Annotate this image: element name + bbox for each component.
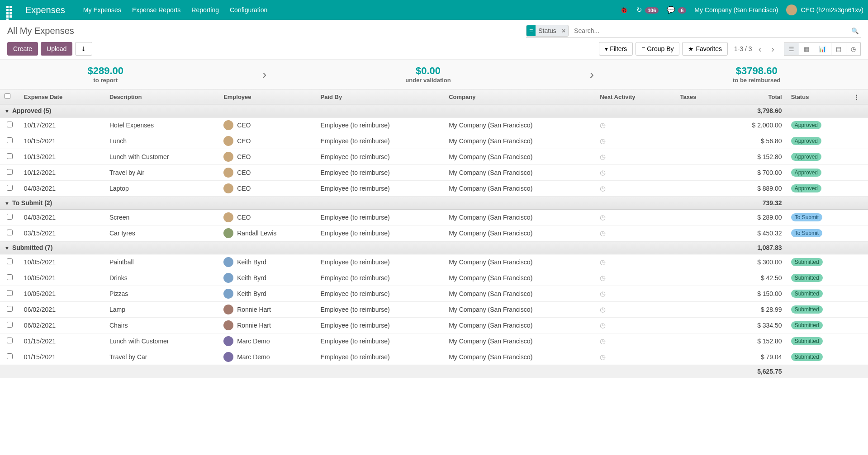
row-checkbox[interactable] xyxy=(7,306,13,312)
select-all-checkbox[interactable] xyxy=(5,93,10,99)
row-checkbox[interactable] xyxy=(7,353,13,359)
col-paid-by[interactable]: Paid By xyxy=(316,89,444,104)
caret-down-icon: ▼ xyxy=(5,245,9,251)
star-icon: ★ xyxy=(688,45,694,52)
group-header[interactable]: ▼To Submit (2)739.32 xyxy=(0,197,868,210)
row-checkbox[interactable] xyxy=(7,214,13,220)
col-employee[interactable]: Employee xyxy=(219,89,316,104)
col-company[interactable]: Company xyxy=(444,89,595,104)
row-checkbox[interactable] xyxy=(7,230,13,235)
activity-clock-icon[interactable]: ◷ xyxy=(600,153,606,160)
dash-under-validation[interactable]: $0.00 under validation xyxy=(405,65,451,84)
row-checkbox[interactable] xyxy=(7,137,13,143)
pager-value[interactable]: 1-3 / 3 xyxy=(734,45,752,52)
cell-date: 06/02/2021 xyxy=(19,302,105,318)
cell-company: My Company (San Francisco) xyxy=(444,149,595,165)
clock-notification[interactable]: ↻ 106 xyxy=(636,6,659,14)
user-menu[interactable]: CEO (h2m2s3gn61xv) xyxy=(786,5,863,15)
groupby-button[interactable]: ≡ Group By xyxy=(636,42,679,56)
activity-clock-icon[interactable]: ◷ xyxy=(600,213,606,221)
company-switcher[interactable]: My Company (San Francisco) xyxy=(694,6,778,14)
cell-taxes xyxy=(667,133,701,149)
nav-my-expenses[interactable]: My Expenses xyxy=(83,6,121,14)
cell-company: My Company (San Francisco) xyxy=(444,349,595,365)
table-row[interactable]: 04/03/2021 Screen CEO Employee (to reimb… xyxy=(0,210,868,225)
row-checkbox[interactable] xyxy=(7,290,13,296)
cell-employee: CEO xyxy=(237,214,251,221)
apps-icon[interactable] xyxy=(5,4,16,16)
activity-clock-icon[interactable]: ◷ xyxy=(600,337,606,345)
row-checkbox[interactable] xyxy=(7,338,13,343)
view-pivot-button[interactable]: ▤ xyxy=(831,42,846,56)
view-kanban-button[interactable]: ▦ xyxy=(799,42,814,56)
view-graph-button[interactable]: 📊 xyxy=(814,42,831,56)
table-row[interactable]: 10/15/2021 Lunch CEO Employee (to reimbu… xyxy=(0,133,868,149)
row-checkbox[interactable] xyxy=(7,322,13,328)
table-row[interactable]: 10/12/2021 Travel by Air CEO Employee (t… xyxy=(0,165,868,181)
col-expense-date[interactable]: Expense Date xyxy=(19,89,105,104)
employee-avatar-icon xyxy=(223,168,233,178)
col-taxes[interactable]: Taxes xyxy=(667,89,701,104)
activity-clock-icon[interactable]: ◷ xyxy=(600,137,606,145)
table-row[interactable]: 10/17/2021 Hotel Expenses CEO Employee (… xyxy=(0,117,868,133)
activity-clock-icon[interactable]: ◷ xyxy=(600,305,606,313)
activity-clock-icon[interactable]: ◷ xyxy=(600,184,606,192)
table-row[interactable]: 06/02/2021 Chairs Ronnie Hart Employee (… xyxy=(0,318,868,333)
upload-button[interactable]: Upload xyxy=(41,42,72,56)
create-button[interactable]: Create xyxy=(7,42,38,56)
col-status[interactable]: Status xyxy=(787,89,849,104)
download-button[interactable]: ⤓ xyxy=(75,42,92,56)
col-optional[interactable]: ⋮ xyxy=(849,89,868,104)
app-brand[interactable]: Expenses xyxy=(25,5,65,15)
row-checkbox[interactable] xyxy=(7,169,13,175)
activity-clock-icon[interactable]: ◷ xyxy=(600,121,606,129)
funnel-icon: ▾ xyxy=(605,45,608,52)
table-row[interactable]: 10/05/2021 Drinks Keith Byrd Employee (t… xyxy=(0,270,868,286)
activity-clock-icon[interactable]: ◷ xyxy=(600,258,606,266)
table-row[interactable]: 04/03/2021 Laptop CEO Employee (to reimb… xyxy=(0,181,868,197)
activity-clock-icon[interactable]: ◷ xyxy=(600,353,606,361)
activity-clock-icon[interactable]: ◷ xyxy=(600,229,606,237)
search-input[interactable] xyxy=(571,24,849,37)
group-header[interactable]: ▼Approved (5)3,798.60 xyxy=(0,104,868,117)
dash-to-reimburse[interactable]: $3798.60 to be reimbursed xyxy=(733,65,780,84)
group-header[interactable]: ▼Submitted (7)1,087.83 xyxy=(0,241,868,254)
favorites-button[interactable]: ★ Favorites xyxy=(682,42,727,56)
row-checkbox[interactable] xyxy=(7,274,13,280)
table-row[interactable]: 01/15/2021 Lunch with Customer Marc Demo… xyxy=(0,333,868,349)
chat-notification[interactable]: 💬 6 xyxy=(667,6,686,14)
cell-employee: Ronnie Hart xyxy=(237,306,271,313)
debug-icon[interactable]: 🐞 xyxy=(620,6,628,14)
filters-button[interactable]: ▾ Filters xyxy=(599,42,633,56)
nav-expense-reports[interactable]: Expense Reports xyxy=(132,6,180,14)
row-checkbox[interactable] xyxy=(7,258,13,264)
col-next-activity[interactable]: Next Activity xyxy=(595,89,667,104)
nav-configuration[interactable]: Configuration xyxy=(230,6,267,14)
search-button[interactable]: 🔍 xyxy=(849,26,861,36)
activity-clock-icon[interactable]: ◷ xyxy=(600,290,606,297)
pager-next-icon[interactable]: › xyxy=(768,42,778,55)
col-total[interactable]: Total xyxy=(701,89,787,104)
table-row[interactable]: 10/13/2021 Lunch with Customer CEO Emplo… xyxy=(0,149,868,165)
dash-to-report[interactable]: $289.00 to report xyxy=(87,65,123,84)
nav-reporting[interactable]: Reporting xyxy=(191,6,219,14)
row-checkbox[interactable] xyxy=(7,122,13,127)
activity-clock-icon[interactable]: ◷ xyxy=(600,274,606,281)
view-activity-button[interactable]: ◷ xyxy=(846,42,861,56)
facet-remove-icon[interactable]: × xyxy=(559,27,568,34)
dash-to-reimburse-label: to be reimbursed xyxy=(733,77,780,84)
cell-description: Chairs xyxy=(105,318,219,333)
table-row[interactable]: 06/02/2021 Lamp Ronnie Hart Employee (to… xyxy=(0,302,868,318)
pager-prev-icon[interactable]: ‹ xyxy=(755,42,765,55)
table-row[interactable]: 10/05/2021 Paintball Keith Byrd Employee… xyxy=(0,254,868,270)
activity-clock-icon[interactable]: ◷ xyxy=(600,169,606,176)
table-row[interactable]: 03/15/2021 Car tyres Randall Lewis Emplo… xyxy=(0,225,868,241)
row-checkbox[interactable] xyxy=(7,153,13,159)
row-checkbox[interactable] xyxy=(7,185,13,191)
table-row[interactable]: 10/05/2021 Pizzas Keith Byrd Employee (t… xyxy=(0,286,868,302)
view-list-button[interactable]: ☰ xyxy=(784,42,799,56)
col-description[interactable]: Description xyxy=(105,89,219,104)
activity-clock-icon[interactable]: ◷ xyxy=(600,321,606,329)
cell-paid-by: Employee (to reimburse) xyxy=(316,286,444,302)
table-row[interactable]: 01/15/2021 Travel by Car Marc Demo Emplo… xyxy=(0,349,868,365)
